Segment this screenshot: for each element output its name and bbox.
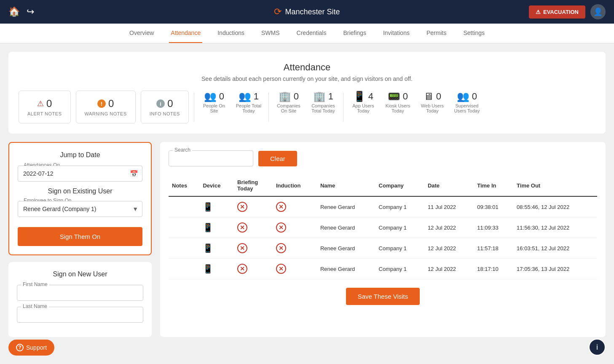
col-name: Name xyxy=(317,175,375,196)
evacuation-button[interactable]: ⚠ EVACUATION xyxy=(529,5,585,19)
attendance-subtitle: See details about each person currently … xyxy=(19,75,595,82)
nav-invitations[interactable]: Invitations xyxy=(381,24,411,43)
info-count: 0 xyxy=(167,98,173,110)
alert-notes-box[interactable]: ⚠ 0 ALERT NOTES xyxy=(19,91,71,123)
nav-inductions[interactable]: Inductions xyxy=(216,24,246,43)
warning-label: WARNING NOTES xyxy=(85,111,127,116)
sign-on-button[interactable]: Sign Them On xyxy=(18,227,142,246)
row4-timein: 18:17:10 xyxy=(474,259,513,279)
kiosk-users-label: Kiosk UsersToday xyxy=(383,103,413,113)
web-users-icon: 🖥 xyxy=(424,91,434,102)
logout-icon[interactable]: ↪ xyxy=(27,6,34,17)
row3-timein: 11:57:18 xyxy=(474,238,513,259)
row1-company: Company 1 xyxy=(375,196,424,217)
web-users-value: 0 xyxy=(436,91,441,102)
induction-x-icon: ✕ xyxy=(276,202,286,212)
warning-icon: ! xyxy=(97,99,106,108)
calendar-icon[interactable]: 📅 xyxy=(130,170,138,178)
companies-on-site-icon: 🏢 xyxy=(279,91,291,102)
col-notes: Notes xyxy=(169,175,199,196)
kiosk-users-value: 0 xyxy=(403,91,408,102)
table-row: 📱 ✕ ✕ Renee Gerard Company 1 12 Jul 2022… xyxy=(169,238,597,259)
brand-logo-icon: ⟳ xyxy=(274,6,282,17)
stat-divider-3 xyxy=(343,92,343,122)
date-input[interactable]: 2022-07-12 xyxy=(18,166,142,182)
nav-attendance[interactable]: Attendance xyxy=(169,24,202,43)
row1-name: Renee Gerard xyxy=(317,196,375,217)
row4-device: 📱 xyxy=(199,259,234,279)
evacuation-label: EVACUATION xyxy=(543,9,579,15)
home-icon[interactable]: 🏠 xyxy=(8,6,20,17)
row1-briefing: ✕ xyxy=(234,196,273,217)
row3-briefing: ✕ xyxy=(234,238,273,259)
row2-date: 12 Jul 2022 xyxy=(424,217,474,238)
row3-company: Company 1 xyxy=(375,238,424,259)
sign-new-title: Sign on New User xyxy=(17,270,143,278)
save-visits-button[interactable]: Save These Visits xyxy=(346,288,420,305)
employee-select-group: Employee to Sign On Renee Gerard (Compan… xyxy=(18,201,142,217)
row4-briefing: ✕ xyxy=(234,259,273,279)
attendance-table: Notes Device BriefingToday Induction Nam… xyxy=(169,175,597,279)
phone-icon: 📱 xyxy=(203,264,213,273)
stat-kiosk-users: 📟 0 Kiosk UsersToday xyxy=(383,91,413,113)
phone-icon: 📱 xyxy=(203,244,213,253)
nav-permits[interactable]: Permits xyxy=(425,24,448,43)
stat-supervised-users: 👥 0 SupervisedUsers Today xyxy=(452,91,482,113)
companies-total-icon: 🏢 xyxy=(313,91,326,102)
people-total-value: 1 xyxy=(254,91,259,102)
nav-credentials[interactable]: Credentials xyxy=(295,24,328,43)
stat-companies-on-site: 🏢 0 CompaniesOn Site xyxy=(274,91,303,113)
briefing-x-icon: ✕ xyxy=(237,243,247,253)
nav-briefings[interactable]: Briefings xyxy=(341,24,367,43)
supervised-users-value: 0 xyxy=(472,91,477,102)
companies-total-value: 1 xyxy=(328,91,333,102)
briefing-x-icon: ✕ xyxy=(237,264,247,274)
row2-company: Company 1 xyxy=(375,217,424,238)
stat-web-users: 🖥 0 Web UsersToday xyxy=(418,91,447,113)
top-navigation: 🏠 ↪ ⟳ Manchester Site ⚠ EVACUATION 👤 xyxy=(0,0,614,24)
question-circle-icon: ? xyxy=(16,344,24,345)
search-field-wrap: Search xyxy=(169,150,253,166)
row3-date: 12 Jul 2022 xyxy=(424,238,474,259)
search-label: Search xyxy=(173,147,192,153)
row4-timeout: 17:05:36, 13 Jul 2022 xyxy=(513,259,597,279)
info-notes-box[interactable]: i 0 INFO NOTES xyxy=(141,91,189,123)
row1-induction: ✕ xyxy=(273,196,317,217)
stat-companies-total: 🏢 1 CompaniesTotal Today xyxy=(308,91,338,113)
employee-select[interactable]: Renee Gerard (Company 1) xyxy=(18,201,142,217)
stats-row: ⚠ 0 ALERT NOTES ! 0 WARNING NOTES i 0 IN… xyxy=(19,91,595,123)
nav-settings[interactable]: Settings xyxy=(461,24,486,43)
row4-date: 12 Jul 2022 xyxy=(424,259,474,279)
warning-notes-box[interactable]: ! 0 WARNING NOTES xyxy=(76,91,136,123)
nav-swms[interactable]: SWMS xyxy=(260,24,282,43)
new-user-card: Sign on New User First Name Last Name xyxy=(8,262,152,337)
support-button[interactable]: ? Support xyxy=(8,340,54,345)
stat-app-users: 📱 4 App UsersToday xyxy=(349,91,378,113)
top-nav-right: ⚠ EVACUATION 👤 xyxy=(529,4,606,19)
info-icon: i xyxy=(596,343,598,346)
nav-overview[interactable]: Overview xyxy=(128,24,156,43)
app-users-icon: 📱 xyxy=(353,91,366,102)
clear-button[interactable]: Clear xyxy=(258,151,297,166)
right-panel: Search Clear Notes Device BriefingToday … xyxy=(160,142,606,337)
companies-on-site-value: 0 xyxy=(294,91,299,102)
app-users-value: 4 xyxy=(368,91,373,102)
col-timeout: Time Out xyxy=(513,175,597,196)
user-avatar[interactable]: 👤 xyxy=(590,4,606,19)
row4-notes xyxy=(169,259,199,279)
people-on-site-icon: 👥 xyxy=(204,91,217,102)
first-name-label: First Name xyxy=(21,281,49,287)
row1-device: 📱 xyxy=(199,196,234,217)
table-row: 📱 ✕ ✕ Renee Gerard Company 1 12 Jul 2022… xyxy=(169,217,597,238)
site-name: Manchester Site xyxy=(285,8,340,16)
first-name-group: First Name xyxy=(17,285,143,301)
row3-notes xyxy=(169,238,199,259)
info-label: INFO NOTES xyxy=(150,111,180,116)
table-row: 📱 ✕ ✕ Renee Gerard Company 1 11 Jul 2022… xyxy=(169,196,597,217)
col-device: Device xyxy=(199,175,234,196)
last-name-label: Last Name xyxy=(21,303,49,309)
table-row: 📱 ✕ ✕ Renee Gerard Company 1 12 Jul 2022… xyxy=(169,259,597,279)
briefing-x-icon: ✕ xyxy=(237,222,247,233)
companies-on-site-label: CompaniesOn Site xyxy=(274,103,303,113)
search-row: Search Clear xyxy=(169,150,597,166)
